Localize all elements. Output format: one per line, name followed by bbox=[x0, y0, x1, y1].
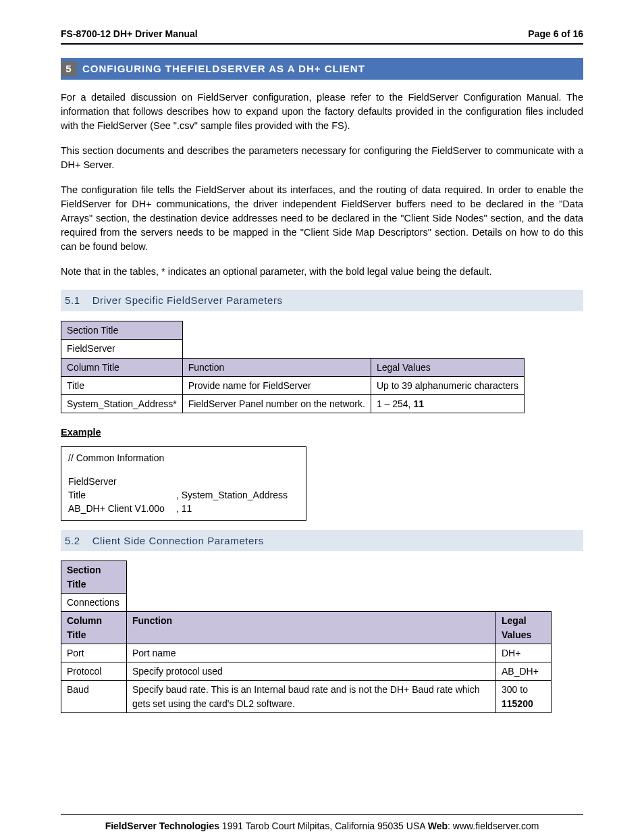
table-row: FieldServer bbox=[61, 340, 525, 358]
table-row: Column Title Function Legal Values bbox=[61, 612, 552, 644]
cell-section-title-label: Section Title bbox=[61, 561, 127, 594]
subsection-number: 5.2 bbox=[65, 535, 80, 546]
cell: FieldServer Panel number on the network. bbox=[182, 395, 371, 413]
cell: DH+ bbox=[496, 644, 552, 662]
cell: Port name bbox=[127, 644, 496, 662]
example-line: FieldServer bbox=[68, 475, 299, 488]
cell: Protocol bbox=[61, 662, 127, 681]
cell-header-legal: Legal Values bbox=[496, 612, 552, 644]
cell-header-col: Column Title bbox=[61, 612, 127, 644]
subsection-title: Client Side Connection Parameters bbox=[92, 535, 264, 546]
table-5-1: Section Title FieldServer Column Title F… bbox=[61, 321, 525, 413]
example-line: Title , System_Station_Address bbox=[68, 488, 299, 502]
table-row: Column Title Function Legal Values bbox=[61, 358, 525, 376]
cell: AB_DH+ bbox=[496, 662, 552, 681]
cell: 300 to 115200 bbox=[496, 681, 552, 713]
cell-section-title-value: FieldServer bbox=[61, 340, 183, 358]
example-line: AB_DH+ Client V1.00o , 11 bbox=[68, 502, 299, 515]
page-number: Page 6 of 16 bbox=[528, 27, 583, 41]
paragraph-1: For a detailed discussion on FieldServer… bbox=[61, 90, 583, 133]
table-5-2: Section Title Connections Column Title F… bbox=[61, 561, 552, 713]
cell: Title bbox=[61, 376, 183, 394]
cell: Up to 39 alphanumeric characters bbox=[371, 376, 524, 394]
paragraph-2: This section documents and describes the… bbox=[61, 144, 583, 172]
table-row: Baud Specify baud rate. This is an Inter… bbox=[61, 681, 552, 713]
subsection-5-1-heading: 5.1Driver Specific FieldServer Parameter… bbox=[61, 290, 583, 311]
example-label: Example bbox=[61, 425, 583, 440]
cell-header-func: Function bbox=[127, 612, 496, 644]
table-row: Title Provide name for FieldServer Up to… bbox=[61, 376, 525, 394]
paragraph-4: Note that in the tables, * indicates an … bbox=[61, 265, 583, 279]
cell: Specify baud rate. This is an Internal b… bbox=[127, 681, 496, 713]
subsection-5-2-heading: 5.2Client Side Connection Parameters bbox=[61, 530, 583, 552]
subsection-number: 5.1 bbox=[65, 294, 80, 306]
cell: Provide name for FieldServer bbox=[182, 376, 371, 394]
footer-divider bbox=[61, 814, 583, 815]
page-header: FS-8700-12 DH+ Driver Manual Page 6 of 1… bbox=[61, 27, 583, 45]
cell-header-col: Column Title bbox=[61, 358, 183, 376]
cell-section-title-label: Section Title bbox=[61, 321, 183, 339]
table-row: Connections bbox=[61, 594, 552, 612]
cell: Baud bbox=[61, 681, 127, 713]
doc-title: FS-8700-12 DH+ Driver Manual bbox=[61, 27, 198, 41]
paragraph-3: The configuration file tells the FieldSe… bbox=[61, 183, 583, 254]
table-row: System_Station_Address* FieldServer Pane… bbox=[61, 395, 525, 413]
footer-line-1: FieldServer Technologies 1991 Tarob Cour… bbox=[61, 819, 583, 833]
cell-header-func: Function bbox=[182, 358, 371, 376]
table-row: Section Title bbox=[61, 321, 525, 339]
table-row: Protocol Specify protocol used AB_DH+ bbox=[61, 662, 552, 681]
cell: Port bbox=[61, 644, 127, 662]
table-row: Port Port name DH+ bbox=[61, 644, 552, 662]
cell: Specify protocol used bbox=[127, 662, 496, 681]
example-line: // Common Information bbox=[68, 451, 299, 465]
example-box: // Common Information FieldServer Title … bbox=[61, 446, 306, 520]
section-title: CONFIGURING THEFIELDSERVER AS A DH+ CLIE… bbox=[82, 63, 365, 74]
table-row: Section Title bbox=[61, 561, 552, 594]
cell: 1 – 254, 11 bbox=[371, 395, 524, 413]
cell-section-title-value: Connections bbox=[61, 594, 127, 612]
cell-header-legal: Legal Values bbox=[371, 358, 524, 376]
section-5-heading: 5CONFIGURING THEFIELDSERVER AS A DH+ CLI… bbox=[61, 58, 583, 80]
subsection-title: Driver Specific FieldServer Parameters bbox=[92, 294, 283, 306]
section-number: 5 bbox=[61, 61, 77, 76]
cell: System_Station_Address* bbox=[61, 395, 183, 413]
page-footer: FieldServer Technologies 1991 Tarob Cour… bbox=[61, 819, 583, 834]
